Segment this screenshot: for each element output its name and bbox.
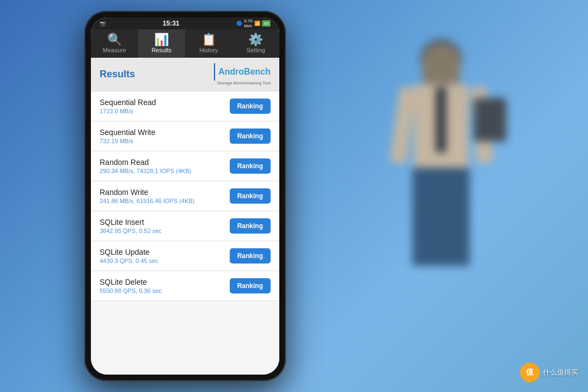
benchmark-row-6: SQLite Delete 5550.88 QPS, 0.36 sec Rank… — [91, 271, 279, 301]
ranking-btn-0[interactable]: Ranking — [230, 99, 271, 114]
bench-info-3: Random Write 241.86 MB/s, 61916.46 IOPS … — [100, 188, 230, 204]
phone-screen: 📷 15:31 🔵 0.70kb/s 📶 48 🔍 Measure 📊 — [91, 17, 279, 375]
status-left-icons: 📷 — [100, 21, 106, 26]
status-bar: 📷 15:31 🔵 0.70kb/s 📶 48 — [91, 17, 279, 29]
history-icon: 📋 — [201, 34, 216, 46]
bench-name-2: Random Read — [100, 158, 230, 167]
bench-info-1: Sequential Write 732.19 MB/s — [100, 128, 230, 144]
background-figure — [327, 22, 555, 381]
camera-icon: 📷 — [100, 21, 106, 26]
results-title: Results — [100, 69, 135, 80]
tab-results-label: Results — [151, 47, 171, 53]
ranking-btn-5[interactable]: Ranking — [230, 248, 271, 264]
results-header: Results AndroBench Storage Benchmarking … — [91, 58, 279, 91]
bluetooth-icon: 🔵 — [236, 21, 242, 26]
tab-results[interactable]: 📊 Results — [138, 29, 186, 58]
bench-info-5: SQLite Update 4430.3 QPS, 0.45 sec — [100, 248, 230, 264]
bench-name-4: SQLite Insert — [100, 218, 230, 226]
ranking-btn-2[interactable]: Ranking — [230, 158, 271, 174]
ranking-btn-4[interactable]: Ranking — [230, 218, 271, 234]
benchmark-row-5: SQLite Update 4430.3 QPS, 0.45 sec Ranki… — [91, 241, 279, 271]
bench-name-1: Sequential Write — [100, 128, 230, 137]
content-area: Results AndroBench Storage Benchmarking … — [91, 58, 279, 375]
phone: 📷 15:31 🔵 0.70kb/s 📶 48 🔍 Measure 📊 — [84, 11, 286, 381]
tab-history[interactable]: 📋 History — [185, 29, 232, 58]
brand-divider — [214, 63, 215, 81]
results-icon: 📊 — [154, 34, 169, 46]
bench-info-2: Random Read 290.34 MB/s, 74328.1 IOPS (4… — [100, 158, 230, 174]
bench-value-3: 241.86 MB/s, 61916.46 IOPS (4KB) — [100, 198, 230, 204]
bench-value-4: 3842.95 QPS, 0.52 sec — [100, 228, 230, 234]
bench-value-2: 290.34 MB/s, 74328.1 IOPS (4KB) — [100, 168, 230, 174]
watermark-label: 什么值得买 — [543, 367, 578, 377]
benchmark-row-0: Sequential Read 1723.0 MB/s Ranking — [91, 91, 279, 121]
measure-icon: 🔍 — [107, 34, 122, 46]
bench-name-6: SQLite Delete — [100, 278, 230, 286]
bench-name-0: Sequential Read — [100, 98, 230, 107]
tab-setting[interactable]: ⚙️ Setting — [232, 29, 280, 58]
benchmark-row-4: SQLite Insert 3842.95 QPS, 0.52 sec Rank… — [91, 211, 279, 241]
ranking-btn-3[interactable]: Ranking — [230, 188, 271, 204]
bench-info-6: SQLite Delete 5550.88 QPS, 0.36 sec — [100, 278, 230, 294]
bench-info-4: SQLite Insert 3842.95 QPS, 0.52 sec — [100, 218, 230, 234]
benchmark-row-2: Random Read 290.34 MB/s, 74328.1 IOPS (4… — [91, 151, 279, 181]
brand-name-1: Andro — [218, 67, 244, 76]
watermark-icon: 值 — [520, 363, 540, 382]
nav-tabs: 🔍 Measure 📊 Results 📋 History ⚙️ Setting — [91, 29, 279, 58]
network-speed: 0.70kb/s — [244, 19, 253, 28]
app-brand: AndroBench Storage Benchmarking Tool — [214, 63, 271, 85]
bench-value-1: 732.19 MB/s — [100, 138, 230, 144]
tab-measure[interactable]: 🔍 Measure — [91, 29, 138, 58]
bench-name-3: Random Write — [100, 188, 230, 197]
status-time: 15:31 — [163, 20, 180, 27]
brand-name: AndroBench — [218, 67, 271, 77]
bench-info-0: Sequential Read 1723.0 MB/s — [100, 98, 230, 114]
ranking-btn-6[interactable]: Ranking — [230, 278, 271, 293]
bench-value-0: 1723.0 MB/s — [100, 108, 230, 114]
brand-name-2: Bench — [244, 67, 271, 76]
wifi-icon: 📶 — [254, 21, 260, 26]
watermark: 值 什么值得买 — [520, 363, 578, 382]
bench-value-6: 5550.88 QPS, 0.36 sec — [100, 287, 230, 294]
tab-setting-label: Setting — [247, 47, 265, 53]
benchmark-row-3: Random Write 241.86 MB/s, 61916.46 IOPS … — [91, 181, 279, 211]
bench-value-5: 4430.3 QPS, 0.45 sec — [100, 258, 230, 264]
tab-history-label: History — [199, 47, 218, 53]
battery-icon: 48 — [262, 20, 271, 27]
tab-measure-label: Measure — [103, 47, 126, 53]
benchmark-row-1: Sequential Write 732.19 MB/s Ranking — [91, 121, 279, 151]
ranking-btn-1[interactable]: Ranking — [230, 128, 271, 144]
brand-subtitle: Storage Benchmarking Tool — [217, 81, 271, 85]
status-right-icons: 🔵 0.70kb/s 📶 48 — [236, 19, 271, 28]
bench-name-5: SQLite Update — [100, 248, 230, 256]
setting-icon: ⚙️ — [248, 34, 263, 46]
